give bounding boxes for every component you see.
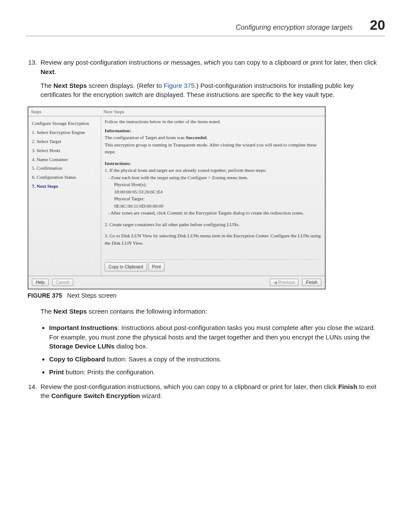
finish-button[interactable]: Finish bbox=[302, 279, 321, 286]
instruction-line: 0E:6C:00:11:0D:00:00:00 bbox=[114, 202, 321, 210]
step-item: 5. Confirmation bbox=[32, 164, 99, 173]
bullet-item: Copy to Clipboard button: Saves a copy o… bbox=[49, 355, 385, 364]
previous-button[interactable]: ◀ Previous bbox=[270, 279, 299, 286]
instruction-line: Physical Target: bbox=[114, 195, 321, 202]
help-button[interactable]: Help bbox=[32, 279, 49, 286]
figure-375: Steps Next Steps Configure Storage Encry… bbox=[28, 106, 385, 289]
cancel-button[interactable]: Cancel bbox=[52, 279, 73, 286]
panel-body: Follow the instructions below in the ord… bbox=[101, 116, 325, 276]
step-text: Review the post-configuration instructio… bbox=[40, 382, 385, 401]
instruction-line: - Zone each host with the target using t… bbox=[108, 174, 321, 181]
step-13-note: The Next Steps screen displays. (Refer t… bbox=[40, 81, 385, 100]
step-13: 13. Review any post-configuration instru… bbox=[26, 58, 385, 77]
instruction-line: 2. Create target containers for all othe… bbox=[105, 221, 321, 228]
wizard-dialog: Steps Next Steps Configure Storage Encry… bbox=[28, 106, 326, 289]
chapter-number: 20 bbox=[370, 17, 385, 33]
panel-title: Next Steps bbox=[101, 107, 127, 116]
instruction-line: Physical Host(s): bbox=[114, 181, 321, 188]
step-item: 6. Configuration Status bbox=[32, 173, 99, 182]
instruction-line: 1. If the physical hosts and target are … bbox=[105, 167, 321, 174]
figure-caption: FIGURE 375 Next Steps screen bbox=[28, 292, 385, 299]
step-num: 13. bbox=[26, 58, 37, 77]
steps-list: Configure Storage Encryption 1. Select E… bbox=[28, 116, 101, 276]
intro-text: Follow the instructions below in the ord… bbox=[105, 118, 321, 125]
bullet-list: Important Instructions: Instructions abo… bbox=[49, 323, 385, 377]
step-item: 2. Select Target bbox=[32, 137, 99, 146]
page-header: Configuring encryption storage targets 2… bbox=[26, 17, 385, 36]
instruction-line: 3. Go to Disk LUN View by selecting Disk… bbox=[105, 232, 321, 246]
step-text: Review any post-configuration instructio… bbox=[40, 58, 385, 77]
figure-link[interactable]: Figure 375 bbox=[164, 82, 195, 89]
info-line: The configuration of Target and hosts wa… bbox=[105, 134, 321, 141]
bullet-item: Important Instructions: Instructions abo… bbox=[49, 323, 385, 351]
info-line: This encryption group is running in Tran… bbox=[105, 141, 321, 156]
bullet-item: Print button: Prints the configuration. bbox=[49, 367, 385, 377]
instruction-line: - After zones are created, click Commit … bbox=[108, 209, 321, 217]
after-figure-lead: The Next Steps screen contains the follo… bbox=[40, 307, 385, 316]
step-num: 14. bbox=[26, 382, 37, 401]
information-heading: Information: bbox=[105, 127, 321, 134]
print-button[interactable]: Print bbox=[148, 262, 165, 271]
step-item-current: 7. Next Steps bbox=[32, 182, 99, 191]
copy-to-clipboard-button[interactable]: Copy to Clipboard bbox=[105, 262, 147, 271]
instructions-heading: Instructions: bbox=[105, 160, 321, 167]
step-14: 14. Review the post-configuration instru… bbox=[26, 382, 385, 401]
step-item: 1. Select Encryption Engine bbox=[32, 128, 99, 137]
steps-column-header: Steps bbox=[28, 107, 101, 116]
instruction-line: 18:00:00:05:33:26:6C:E4 bbox=[114, 188, 321, 196]
steps-list-title: Configure Storage Encryption bbox=[32, 119, 99, 128]
step-item: 3. Select Hosts bbox=[32, 146, 99, 155]
step-item: 4. Name Container bbox=[32, 155, 99, 164]
header-title: Configuring encryption storage targets bbox=[236, 24, 352, 31]
